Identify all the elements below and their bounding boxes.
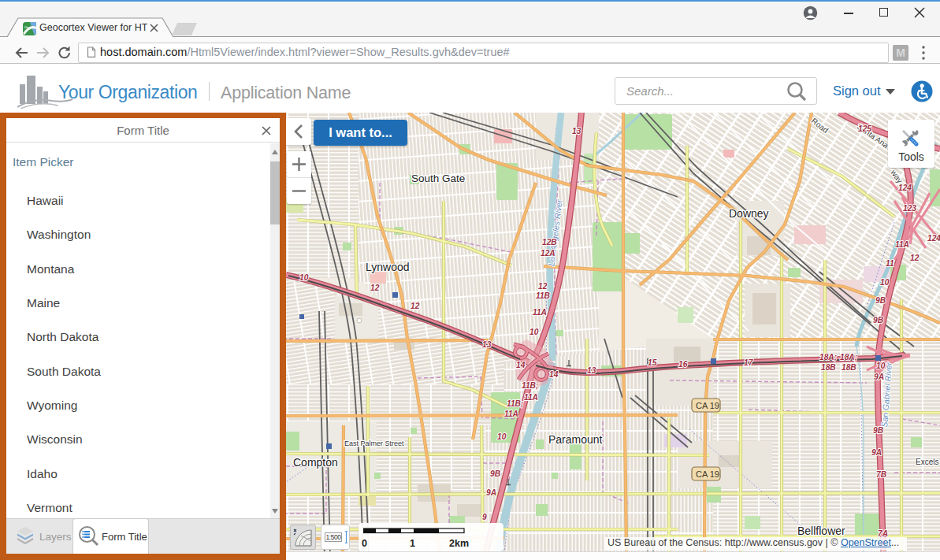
svg-text:10: 10 bbox=[880, 278, 890, 287]
svg-text:11B: 11B bbox=[536, 291, 550, 300]
svg-text:CA 19: CA 19 bbox=[696, 469, 719, 479]
svg-text:9A: 9A bbox=[871, 448, 882, 457]
svg-text:125: 125 bbox=[858, 124, 871, 133]
svg-text:9B: 9B bbox=[873, 426, 883, 435]
svg-text:11: 11 bbox=[886, 259, 894, 268]
svg-text:9B: 9B bbox=[873, 316, 883, 325]
svg-text:13: 13 bbox=[572, 127, 581, 135]
svg-text:12B: 12B bbox=[542, 238, 557, 247]
svg-text:Excels: Excels bbox=[916, 458, 938, 466]
svg-text:Bellflower: Bellflower bbox=[797, 525, 845, 537]
svg-text:10: 10 bbox=[299, 273, 309, 282]
svg-text:9: 9 bbox=[482, 513, 487, 521]
svg-text:18A;: 18A; bbox=[819, 353, 837, 362]
svg-text:11A: 11A bbox=[533, 308, 547, 317]
svg-text:15: 15 bbox=[648, 358, 657, 367]
svg-text:Paramount: Paramount bbox=[548, 433, 603, 446]
svg-text:11A: 11A bbox=[895, 240, 909, 249]
svg-text:East Palmer Street: East Palmer Street bbox=[344, 439, 404, 447]
svg-text:12A: 12A bbox=[541, 249, 555, 258]
svg-text:9A: 9A bbox=[874, 373, 884, 381]
svg-text:9B: 9B bbox=[490, 469, 500, 478]
svg-text:16: 16 bbox=[678, 360, 688, 369]
svg-text:11B;: 11B; bbox=[522, 381, 538, 390]
svg-text:18A;: 18A; bbox=[840, 353, 857, 362]
svg-text:11A: 11A bbox=[524, 393, 538, 402]
svg-text:12: 12 bbox=[370, 284, 380, 292]
svg-text:Geo: Geo bbox=[24, 25, 32, 29]
svg-text:South Gate: South Gate bbox=[411, 172, 465, 184]
svg-text:12: 12 bbox=[538, 282, 548, 291]
svg-text:Downey: Downey bbox=[729, 207, 769, 220]
svg-text:13: 13 bbox=[587, 366, 596, 375]
svg-text:12: 12 bbox=[910, 254, 920, 262]
svg-text:11B;: 11B; bbox=[507, 399, 523, 408]
svg-text:CA 19: CA 19 bbox=[696, 401, 719, 410]
svg-text:7B: 7B bbox=[876, 470, 886, 479]
svg-text:Lynwood: Lynwood bbox=[366, 261, 410, 273]
svg-text:18B: 18B bbox=[842, 363, 856, 372]
svg-text:18B: 18B bbox=[821, 363, 836, 372]
svg-text:11A: 11A bbox=[504, 410, 518, 418]
svg-text:9B: 9B bbox=[875, 296, 886, 305]
svg-text:10: 10 bbox=[497, 432, 507, 441]
svg-text:124: 124 bbox=[898, 184, 912, 192]
svg-text:10: 10 bbox=[876, 362, 886, 370]
svg-text:10: 10 bbox=[529, 328, 539, 336]
svg-text:14: 14 bbox=[549, 370, 559, 379]
svg-text:17: 17 bbox=[744, 358, 754, 367]
svg-text:14: 14 bbox=[516, 361, 526, 369]
svg-text:9A: 9A bbox=[486, 488, 496, 497]
svg-text:Compton: Compton bbox=[293, 456, 338, 469]
svg-text:13: 13 bbox=[482, 340, 492, 349]
svg-text:123: 123 bbox=[903, 204, 916, 213]
svg-text:124: 124 bbox=[927, 234, 940, 243]
svg-text:12: 12 bbox=[411, 302, 420, 310]
